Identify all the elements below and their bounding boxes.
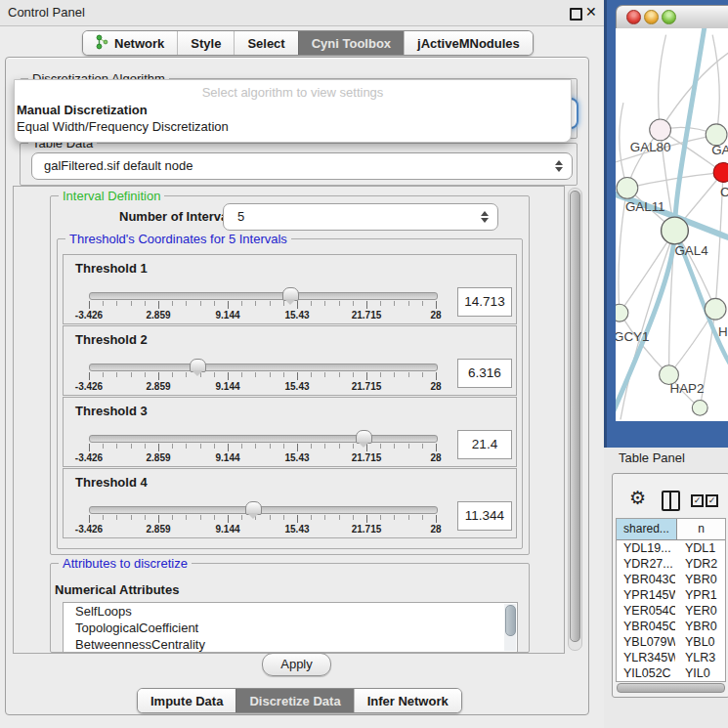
tick-label: 9.144	[215, 524, 239, 535]
minimize-traffic-light[interactable]	[644, 10, 659, 24]
numerical-attributes-label: Numerical Attributes	[55, 582, 179, 597]
tab-network[interactable]: Network	[83, 31, 177, 55]
table-cell: YDR27...	[617, 556, 675, 572]
tab-style[interactable]: Style	[177, 31, 234, 55]
number-of-intervals-spinner[interactable]: 5	[223, 203, 498, 231]
tick-label: 15.43	[284, 381, 309, 392]
threshold-slider-handle[interactable]	[190, 359, 206, 372]
spinner-arrows-icon[interactable]	[481, 211, 489, 223]
tick-label: 21.715	[352, 310, 382, 321]
table-row[interactable]: YBR043CYBR0	[617, 572, 725, 587]
popup-option-manual-discretization[interactable]: Manual Discretization	[17, 103, 148, 117]
threshold-slider-track[interactable]	[89, 364, 438, 371]
table-row[interactable]: YLR345WYLR3	[617, 650, 725, 665]
node-gal4[interactable]	[662, 217, 689, 244]
attribute-list-item[interactable]: TopologicalCoefficient	[64, 620, 517, 636]
node-label-h: H	[718, 324, 728, 339]
tick-label: 21.715	[352, 381, 382, 392]
node-label-gal11: GAL11	[625, 199, 665, 214]
attribute-list-item[interactable]: SelfLoops	[64, 603, 517, 620]
table-row[interactable]: YER054CYER0	[617, 603, 725, 619]
table-cell: YER0	[675, 603, 725, 619]
apply-button[interactable]: Apply	[262, 653, 331, 676]
horizontal-scrollbar-thumb[interactable]	[617, 683, 725, 693]
table-cell: YDR2	[675, 556, 725, 572]
scrollbar-thumb[interactable]	[570, 191, 580, 642]
table-row[interactable]: YDL19...YDL1	[617, 540, 725, 556]
node-h[interactable]	[705, 298, 726, 320]
column-header-shared[interactable]: shared...	[617, 519, 677, 539]
threshold-slider-handle[interactable]	[282, 287, 299, 301]
table-row[interactable]: YDR27...YDR2	[617, 556, 725, 572]
threshold-slider-handle[interactable]	[356, 430, 372, 444]
threshold-slider-track[interactable]	[89, 292, 438, 300]
checkbox-icon[interactable]: ✓	[706, 494, 718, 507]
tick-label: 21.715	[352, 524, 382, 535]
list-scrollbar[interactable]	[504, 604, 516, 651]
tab-jactivemnodules[interactable]: jActiveMNodules	[404, 31, 533, 55]
node-gal11[interactable]	[617, 177, 638, 198]
algorithm-dropdown-popup: Select algorithm to view settings Manual…	[14, 79, 572, 143]
threshold-slider-handle[interactable]	[245, 501, 262, 515]
close-icon[interactable]: ✕	[585, 4, 597, 20]
zoom-traffic-light[interactable]	[662, 10, 676, 24]
slider-scale-labels: -3.4262.8599.14415.4321.71528	[89, 301, 436, 321]
tab-select[interactable]: Select	[234, 31, 297, 55]
node-label-partial-c: C	[720, 185, 728, 199]
tick-label: 15.43	[284, 310, 309, 321]
node-gal80[interactable]	[650, 119, 671, 141]
tab-label: Cyni Toolbox	[312, 36, 391, 51]
tab-infer-network[interactable]: Infer Network	[354, 689, 461, 712]
threshold-value-field[interactable]: 6.316	[457, 359, 512, 388]
column-header-name[interactable]: n	[677, 519, 725, 539]
close-traffic-light[interactable]	[626, 10, 641, 24]
table-data-combobox[interactable]: galFiltered.sif default node	[31, 152, 573, 180]
table-row[interactable]: YIL052CYIL0	[617, 665, 725, 681]
table-cell: YBL079W	[617, 634, 675, 650]
tab-label: jActiveMNodules	[417, 36, 520, 51]
table-row[interactable]: YPR145WYPR1	[617, 587, 725, 603]
checkbox-icon[interactable]: ✓	[691, 494, 704, 507]
table-body: YDL19...YDL1YDR27...YDR2YBR043CYBR0YPR14…	[617, 540, 725, 681]
table-row[interactable]: YBR045CYBR0	[617, 619, 725, 634]
attribute-list-item[interactable]: BetweennessCentrality	[64, 636, 517, 653]
bottom-tab-bar: Impute Data Discretize Data Infer Networ…	[137, 688, 462, 713]
panel-title: Control Panel	[8, 5, 85, 20]
tab-cyni-toolbox[interactable]: Cyni Toolbox	[298, 31, 404, 55]
numerical-attributes-list[interactable]: SelfLoopsTopologicalCoefficientBetweenne…	[63, 602, 518, 653]
slider-scale-labels: -3.4262.8599.14415.4321.71528	[89, 372, 436, 392]
tick-label: 15.43	[284, 524, 309, 535]
float-window-icon[interactable]	[570, 8, 582, 21]
vertical-scrollbar[interactable]	[568, 188, 582, 651]
table-row[interactable]: YBL079WYBL0	[617, 634, 725, 650]
threshold-value-field[interactable]: 11.344	[457, 501, 512, 531]
threshold-2-panel: Threshold 2 -3.4262.8599.14415.4321.7152…	[63, 325, 517, 396]
tick-label: 2.859	[146, 452, 170, 463]
tab-label: Style	[191, 36, 221, 51]
threshold-1-panel: Threshold 1 -3.4262.8599.14415.4321.7152…	[63, 254, 517, 324]
threshold-slider-track[interactable]	[89, 506, 438, 514]
network-canvas[interactable]: GAL80 GA GAL11 GAL4 GCY1 H HAP2 C	[616, 28, 728, 421]
screen: Control Panel ✕ Network Style Select Cyn…	[0, 0, 728, 728]
table-cell: YBL0	[675, 634, 725, 650]
network-icon	[96, 34, 108, 53]
threshold-slider-track[interactable]	[89, 435, 438, 443]
threshold-value-field[interactable]: 14.713	[457, 287, 512, 317]
split-view-icon[interactable]	[662, 491, 680, 511]
tab-discretize-data[interactable]: Discretize Data	[236, 689, 353, 712]
node-label-partial: GA	[711, 143, 728, 157]
tab-label: Network	[114, 36, 164, 51]
threshold-4-panel: Threshold 4 -3.4262.8599.14415.4321.7152…	[63, 468, 517, 538]
tick-label: 28	[430, 381, 441, 392]
threshold-value-field[interactable]: 21.4	[457, 430, 512, 459]
gear-icon[interactable]: ⚙	[629, 487, 646, 509]
table-cell: YDL19...	[617, 540, 675, 556]
node-red-selected[interactable]	[713, 163, 728, 183]
node-gcy1[interactable]	[616, 304, 628, 321]
node-bottom[interactable]	[692, 400, 707, 415]
node-attribute-table[interactable]: shared... n YDL19...YDL1YDR27...YDR2YBR0…	[616, 518, 726, 682]
scrollbar-thumb[interactable]	[505, 605, 516, 636]
table-cell: YIL0	[675, 665, 725, 681]
tab-impute-data[interactable]: Impute Data	[138, 689, 236, 712]
popup-option-equal-width[interactable]: Equal Width/Frequency Discretization	[17, 119, 229, 134]
